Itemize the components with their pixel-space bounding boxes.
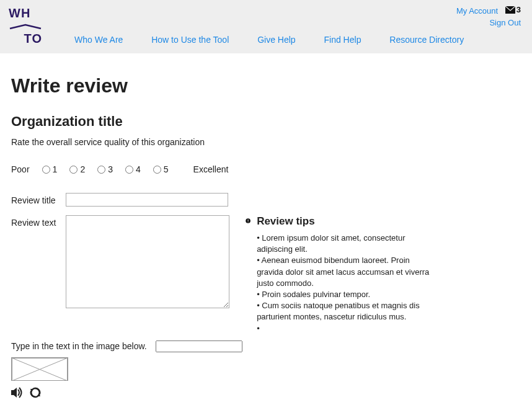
speaker-icon xyxy=(11,387,24,398)
rating-radio-2[interactable] xyxy=(69,166,78,174)
review-title-input[interactable] xyxy=(66,193,228,207)
rating-label-2: 2 xyxy=(80,164,85,174)
rating-option-2[interactable]: 2 xyxy=(69,164,85,174)
mail-count: 3 xyxy=(516,5,521,14)
rating-option-3[interactable]: 3 xyxy=(97,164,113,174)
rating-row: Poor 1 2 3 4 5 Excellent xyxy=(11,164,521,174)
rating-excellent-label: Excellent xyxy=(193,164,229,174)
captcha-label: Type in the text in the image below. xyxy=(11,341,147,351)
tip-4: • Cum sociis natoque penatibus et magnis… xyxy=(257,300,432,323)
rating-poor-label: Poor xyxy=(11,164,30,174)
logo[interactable]: WH TO xyxy=(9,6,42,46)
audio-captcha-button[interactable] xyxy=(11,387,24,400)
rating-radio-4[interactable] xyxy=(125,166,133,174)
content: Write review Organization title Rate the… xyxy=(0,53,532,405)
svg-marker-7 xyxy=(11,388,17,398)
refresh-captcha-button[interactable] xyxy=(30,387,41,400)
review-title-row: Review title xyxy=(11,193,521,207)
rating-instruction: Rate the overall service quality of this… xyxy=(11,137,521,147)
rating-label-1: 1 xyxy=(53,164,58,174)
rating-option-5[interactable]: 5 xyxy=(153,164,169,174)
captcha-row: Type in the text in the image below. xyxy=(11,340,521,352)
tip-3: • Proin sodales pulvinar tempor. xyxy=(257,289,432,300)
rating-label-4: 4 xyxy=(136,164,141,174)
rating-option-1[interactable]: 1 xyxy=(42,164,58,174)
rating-radio-3[interactable] xyxy=(97,166,105,174)
svg-rect-3 xyxy=(248,222,249,223)
tips-heading: Review tips xyxy=(257,215,432,228)
envelope-icon xyxy=(505,6,515,14)
nav-find-help[interactable]: Find Help xyxy=(324,35,361,45)
rating-label-5: 5 xyxy=(164,164,169,174)
rating-radio-1[interactable] xyxy=(42,166,50,174)
nav-how-to-use[interactable]: How to Use the Tool xyxy=(151,35,229,45)
review-title-label: Review title xyxy=(11,193,66,205)
my-account-link[interactable]: My Account xyxy=(456,6,498,16)
review-tips: Review tips • Lorem ipsum dolor sit amet… xyxy=(246,215,432,334)
rating-label-3: 3 xyxy=(108,164,113,174)
organization-title: Organization title xyxy=(11,113,521,130)
info-icon xyxy=(246,215,250,226)
tip-2: • Aenean euismod bibendum laoreet. Proin… xyxy=(257,255,432,289)
rating-option-4[interactable]: 4 xyxy=(125,164,141,174)
review-text-label: Review text xyxy=(11,215,66,228)
captcha-image xyxy=(11,357,68,381)
header: WH TO My Account 3 Sign Out Who We Are H… xyxy=(0,0,532,53)
nav-who-we-are[interactable]: Who We Are xyxy=(74,35,123,45)
sign-out-link[interactable]: Sign Out xyxy=(489,18,521,27)
main-nav: Who We Are How to Use the Tool Give Help… xyxy=(74,35,490,45)
captcha-controls xyxy=(11,387,521,400)
rating-radio-5[interactable] xyxy=(153,166,161,174)
svg-rect-2 xyxy=(248,220,249,221)
page-title: Write review xyxy=(11,74,521,97)
nav-give-help[interactable]: Give Help xyxy=(257,35,295,45)
review-text-input[interactable] xyxy=(66,215,229,308)
nav-resource-directory[interactable]: Resource Directory xyxy=(389,35,464,45)
account-area: My Account 3 Sign Out xyxy=(456,5,521,27)
tip-5: • xyxy=(257,323,432,334)
mail-badge[interactable]: 3 xyxy=(505,5,521,14)
logo-text-bottom: TO xyxy=(9,32,42,46)
logo-text-top: WH xyxy=(9,6,42,20)
captcha-input[interactable] xyxy=(156,340,242,352)
tips-body: • Lorem ipsum dolor sit amet, consectetu… xyxy=(257,233,432,334)
tip-1: • Lorem ipsum dolor sit amet, consectetu… xyxy=(257,233,432,255)
roof-icon xyxy=(9,22,42,32)
review-text-row: Review text xyxy=(11,215,229,308)
refresh-icon xyxy=(30,387,41,398)
captcha-placeholder-icon xyxy=(12,358,68,381)
